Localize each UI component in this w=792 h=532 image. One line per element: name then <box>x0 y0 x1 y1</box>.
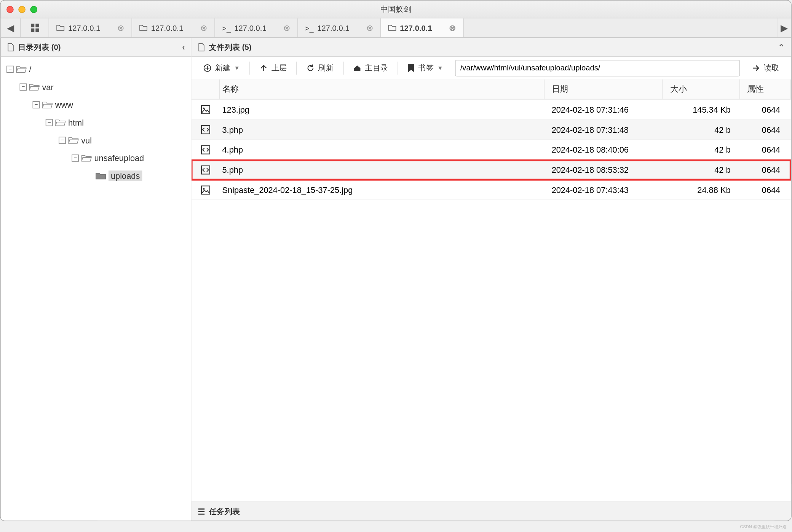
expand-toggle[interactable]: − <box>59 137 66 144</box>
file-name: 5.php <box>220 165 544 174</box>
col-name[interactable]: 名称 <box>220 80 544 99</box>
tab-close-icon[interactable]: ⊗ <box>200 23 208 33</box>
tab-overview-button[interactable] <box>21 18 49 37</box>
tab-close-icon[interactable]: ⊗ <box>283 23 291 33</box>
tab-label: 127.0.0.1 <box>68 23 100 32</box>
sidebar-header: 目录列表 (0) ‹ <box>1 38 191 57</box>
content-header: 文件列表 (5) ⌃ <box>192 38 791 57</box>
file-type-icon <box>192 164 220 175</box>
arrow-right-icon <box>752 64 760 72</box>
col-size[interactable]: 大小 <box>663 80 740 99</box>
tab-2[interactable]: >_127.0.0.1⊗ <box>215 18 298 37</box>
tab-label: 127.0.0.1 <box>151 23 183 32</box>
tree-node[interactable]: −html <box>3 114 188 132</box>
svg-point-11 <box>203 188 205 190</box>
file-attr: 0644 <box>740 145 791 154</box>
expand-toggle[interactable]: − <box>72 155 79 162</box>
folder-icon <box>96 171 106 181</box>
tree-node[interactable]: −www <box>3 96 188 114</box>
app-window: 中国蚁剑 ◀ 127.0.0.1⊗127.0.0.1⊗>_127.0.0.1⊗>… <box>0 0 792 521</box>
tab-1[interactable]: 127.0.0.1⊗ <box>132 18 215 37</box>
terminal-icon: >_ <box>222 23 231 32</box>
chevron-down-icon: ▼ <box>437 65 443 71</box>
table-row[interactable]: 3.php2024-02-18 07:31:4842 b0644 <box>192 119 791 140</box>
col-attr[interactable]: 属性 <box>740 80 791 99</box>
file-size: 145.34 Kb <box>663 105 740 114</box>
home-icon <box>353 64 361 72</box>
content-panel: 文件列表 (5) ⌃ 新建 ▼ 上层 <box>192 38 791 521</box>
file-name: 123.jpg <box>220 105 544 114</box>
bookmark-button[interactable]: 书签 ▼ <box>402 59 449 76</box>
home-button[interactable]: 主目录 <box>347 59 394 76</box>
svg-rect-10 <box>201 186 210 194</box>
tree-node[interactable]: −vul <box>3 131 188 149</box>
file-date: 2024-02-18 07:43:43 <box>544 185 663 194</box>
tree-label: www <box>55 100 73 110</box>
file-date: 2024-02-18 08:53:32 <box>544 165 663 174</box>
chevron-down-icon: ▼ <box>234 65 240 71</box>
folder-icon <box>81 153 92 163</box>
table-row[interactable]: Snipaste_2024-02-18_15-37-25.jpg2024-02-… <box>192 180 791 200</box>
arrow-up-icon <box>259 64 268 72</box>
expand-toggle[interactable]: − <box>6 66 14 73</box>
table-row[interactable]: 123.jpg2024-02-18 07:31:46145.34 Kb0644 <box>192 99 791 119</box>
refresh-icon <box>306 64 315 72</box>
file-name: 3.php <box>220 125 544 134</box>
folder-icon <box>42 100 53 110</box>
file-toolbar: 新建 ▼ 上层 刷新 <box>192 57 791 79</box>
titlebar: 中国蚁剑 <box>1 1 791 19</box>
file-type-icon <box>192 124 220 135</box>
path-input[interactable] <box>455 59 740 76</box>
file-size: 42 b <box>663 145 740 154</box>
file-table-header: 名称 日期 大小 属性 <box>192 80 791 100</box>
tree-label: / <box>29 65 31 74</box>
file-date: 2024-02-18 07:31:46 <box>544 105 663 114</box>
footer-title: 任务列表 <box>209 506 240 517</box>
file-size: 42 b <box>663 125 740 134</box>
content-collapse-button[interactable]: ⌃ <box>778 42 785 52</box>
directory-tree[interactable]: −/−var−www−html−vul−unsafeuploaduploads <box>1 57 191 520</box>
folder-icon <box>29 82 40 92</box>
file-attr: 0644 <box>740 105 791 114</box>
tab-0[interactable]: 127.0.0.1⊗ <box>49 18 132 37</box>
file-type-icon <box>192 104 220 115</box>
expand-toggle[interactable]: − <box>46 119 53 126</box>
tree-node[interactable]: uploads <box>3 167 188 185</box>
expand-toggle[interactable]: − <box>33 101 40 108</box>
tab-3[interactable]: >_127.0.0.1⊗ <box>298 18 381 37</box>
sidebar-title: 目录列表 (0) <box>18 42 61 53</box>
tree-label: unsafeupload <box>94 153 144 163</box>
file-date: 2024-02-18 07:31:48 <box>544 125 663 134</box>
table-row[interactable]: 5.php2024-02-18 08:53:3242 b0644 <box>192 160 791 180</box>
expand-toggle[interactable]: − <box>19 83 27 91</box>
tree-node[interactable]: −unsafeupload <box>3 149 188 167</box>
file-icon <box>197 43 206 51</box>
svg-rect-0 <box>30 24 34 27</box>
file-size: 42 b <box>663 165 740 174</box>
col-date[interactable]: 日期 <box>544 80 663 99</box>
tree-node[interactable]: −var <box>3 78 188 96</box>
new-button[interactable]: 新建 ▼ <box>197 59 246 76</box>
tab-close-icon[interactable]: ⊗ <box>366 23 374 33</box>
tree-label: vul <box>81 135 92 145</box>
tab-label: 127.0.0.1 <box>234 23 266 32</box>
svg-rect-3 <box>35 29 39 32</box>
refresh-button[interactable]: 刷新 <box>300 59 340 76</box>
tree-label: html <box>68 118 84 127</box>
main-area: 目录列表 (0) ‹ −/−var−www−html−vul−unsafeupl… <box>1 38 791 521</box>
file-name: Snipaste_2024-02-18_15-37-25.jpg <box>220 185 544 194</box>
bookmark-icon <box>407 64 415 72</box>
sidebar-collapse-button[interactable]: ‹ <box>182 42 185 52</box>
plus-circle-icon <box>203 64 212 72</box>
tab-close-icon[interactable]: ⊗ <box>449 23 456 33</box>
tab-scroll-right[interactable]: ▶ <box>777 18 791 37</box>
table-row[interactable]: 4.php2024-02-18 08:40:0642 b0644 <box>192 140 791 160</box>
tab-4[interactable]: 127.0.0.1⊗ <box>381 18 464 37</box>
read-button[interactable]: 读取 <box>746 59 785 76</box>
tree-node[interactable]: −/ <box>3 61 188 78</box>
svg-rect-1 <box>35 24 39 27</box>
up-button[interactable]: 上层 <box>254 59 293 76</box>
tree-label: uploads <box>109 170 142 181</box>
tab-close-icon[interactable]: ⊗ <box>117 23 125 33</box>
tab-scroll-left[interactable]: ◀ <box>1 18 21 37</box>
